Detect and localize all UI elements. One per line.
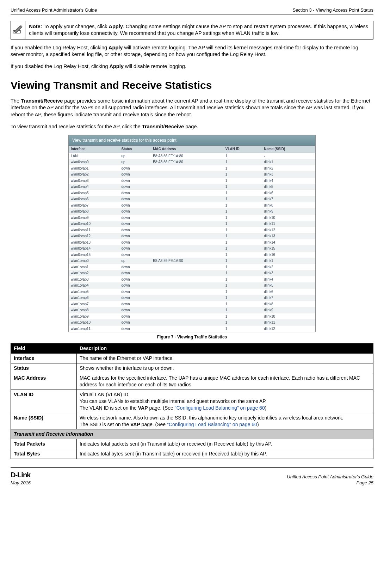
table-cell: down	[119, 239, 151, 246]
table-cell: dlink7	[262, 295, 315, 301]
table-row: LANupB8:A3:86:FE:1A:801-	[69, 153, 315, 159]
page-header: Unified Access Point Administrator's Gui…	[11, 7, 373, 13]
table-cell: wlan1:vap6	[69, 295, 119, 301]
table-cell: down	[119, 301, 151, 307]
table-cell: dlink12	[262, 227, 315, 233]
table-row: wlan0:vap4down1dlink5	[69, 184, 315, 190]
footer-right-2: Page 25	[357, 480, 373, 485]
table-cell: wlan1:vap5	[69, 289, 119, 295]
table-cell: 1	[223, 252, 262, 258]
table-cell: dlink8	[262, 202, 315, 209]
table-cell: up	[119, 159, 151, 165]
p1b: Apply	[109, 45, 123, 50]
table-cell: dlink2	[262, 264, 315, 270]
table-row: wlan0:vap9down1dlink10	[69, 215, 315, 221]
table-cell: dlink5	[262, 282, 315, 289]
table-cell	[151, 190, 223, 196]
note-apply: Apply	[109, 24, 123, 29]
table-cell: 1	[223, 171, 262, 178]
table-cell: wlan1:vap1	[69, 264, 119, 270]
table-row: wlan0:vap2down1dlink3	[69, 171, 315, 178]
p3c: page provides some basic information abo…	[11, 98, 370, 117]
table-cell	[151, 313, 223, 320]
table-cell: wlan0:vap14	[69, 245, 119, 252]
table-row: wlan1:vap3down1dlink4	[69, 276, 315, 283]
table-cell	[151, 289, 223, 295]
table-cell: 1	[223, 227, 262, 233]
table-cell: dlink2	[262, 165, 315, 172]
field-section-label: Transmit and Receive Information	[11, 429, 373, 439]
table-cell: 1	[223, 165, 262, 172]
field-label: Interface	[11, 354, 77, 363]
table-cell	[151, 270, 223, 276]
table-cell: down	[119, 307, 151, 313]
table-cell: dlink4	[262, 178, 315, 184]
table-cell: dlink10	[262, 215, 315, 221]
screenshot-container: View transmit and receive statistics for…	[11, 135, 373, 332]
table-cell: down	[119, 295, 151, 301]
table-cell: wlan1:vap7	[69, 301, 119, 307]
field-desc: Virtual LAN (VLAN) ID.You can use VLANs …	[77, 390, 373, 413]
table-cell	[151, 282, 223, 289]
table-cell: dlink6	[262, 289, 315, 295]
table-cell	[151, 295, 223, 301]
table-cell: down	[119, 202, 151, 209]
table-cell: 1	[223, 258, 262, 264]
table-cell: 1	[223, 319, 262, 326]
table-cell: dlink16	[262, 252, 315, 258]
field-label: Total Bytes	[11, 449, 77, 459]
table-cell	[151, 245, 223, 252]
table-cell: dlink13	[262, 233, 315, 239]
table-cell: wlan0:vap4	[69, 184, 119, 190]
field-row: InterfaceThe name of the Ethernet or VAP…	[11, 354, 373, 363]
note-box: Note: To apply your changes, click Apply…	[11, 21, 373, 39]
table-cell: down	[119, 171, 151, 178]
table-cell	[151, 196, 223, 202]
table-cell: down	[119, 289, 151, 295]
table-row: wlan1:vap1down1dlink2	[69, 264, 315, 270]
table-row: wlan1:vap7down1dlink8	[69, 301, 315, 307]
pencil-icon	[12, 23, 24, 37]
p3b: Transmit/Receive	[21, 98, 63, 104]
table-row: wlan0:vap14down1dlink15	[69, 245, 315, 252]
field-desc: Indicates total packets sent (in Transmi…	[77, 439, 373, 449]
table-row: wlan0:vap11down1dlink12	[69, 227, 315, 233]
table-row: wlan0:vap5down1dlink6	[69, 190, 315, 196]
table-cell: wlan1:vap9	[69, 313, 119, 320]
table-cell: LAN	[69, 153, 119, 159]
table-cell	[151, 178, 223, 184]
table-cell	[151, 307, 223, 313]
table-cell: dlink1	[262, 159, 315, 165]
table-cell: wlan1:vap2	[69, 270, 119, 276]
field-row: VLAN IDVirtual LAN (VLAN) ID.You can use…	[11, 390, 373, 413]
table-row: wlan0:vap10down1dlink11	[69, 221, 315, 227]
table-cell	[151, 227, 223, 233]
footer-left: D-Link May 2016	[11, 470, 31, 486]
section-title: Viewing Transmit and Receive Statistics	[11, 78, 373, 93]
table-cell: wlan1:vap3	[69, 276, 119, 283]
table-cell: dlink6	[262, 190, 315, 196]
table-row: wlan0:vap15down1dlink16	[69, 252, 315, 258]
table-cell: wlan0:vap6	[69, 196, 119, 202]
footer-rule	[11, 467, 373, 468]
table-cell: wlan1:vap0	[69, 258, 119, 264]
table-cell: wlan0:vap5	[69, 190, 119, 196]
table-cell: wlan0:vap9	[69, 215, 119, 221]
field-desc: Shows whether the interface is up or dow…	[77, 363, 373, 373]
table-row: wlan0:vap3down1dlink4	[69, 178, 315, 184]
field-row: StatusShows whether the interface is up …	[11, 363, 373, 373]
screenshot-panel: View transmit and receive statistics for…	[68, 135, 316, 332]
table-cell: 1	[223, 289, 262, 295]
p1a: If you enabled the Log Relay Host, click…	[11, 45, 109, 50]
table-row: wlan1:vap5down1dlink6	[69, 289, 315, 295]
table-cell: down	[119, 319, 151, 326]
table-cell	[151, 264, 223, 270]
p4a: To view transmit and receive statistics …	[11, 124, 142, 129]
table-cell: down	[119, 276, 151, 283]
table-cell: 1	[223, 159, 262, 165]
table-cell: wlan0:vap7	[69, 202, 119, 209]
table-row: wlan1:vap8down1dlink9	[69, 307, 315, 313]
table-cell: wlan0:vap13	[69, 239, 119, 246]
table-cell	[151, 252, 223, 258]
table-cell	[151, 326, 223, 332]
